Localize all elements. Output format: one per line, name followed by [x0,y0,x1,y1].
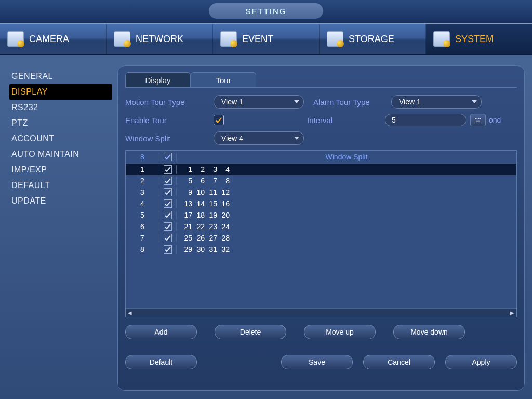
row-index: 6 [126,222,159,231]
row-checkbox[interactable] [159,188,177,196]
subtab-tour[interactable]: Tour [191,72,256,87]
grid-header-count: 8 [126,153,159,161]
row-index: 7 [126,234,159,242]
row-checkbox[interactable] [159,165,177,174]
window-split-label: Window Split [125,134,214,143]
row-checkbox[interactable] [159,211,177,219]
row-index: 5 [126,211,159,219]
row-cells: 21222324 [177,222,230,231]
tab-icon [433,31,450,47]
tab-icon [327,31,343,47]
sidebar-item-imp-exp[interactable]: IMP/EXP [9,162,112,178]
window-split-select[interactable]: View 4 [214,131,304,145]
row-checkbox[interactable] [159,177,177,185]
tab-label: SYSTEM [455,34,494,45]
motion-tour-type-select[interactable]: View 1 [214,95,304,109]
table-row[interactable]: 413141516 [126,198,516,209]
table-row[interactable]: 621222324 [126,221,516,232]
check-icon [215,116,222,124]
table-row[interactable]: 11234 [126,164,516,175]
subtabs: DisplayTour [118,66,524,87]
interval-input[interactable]: 5 [385,114,466,126]
tab-icon [7,31,24,47]
svg-rect-2 [477,118,478,119]
sidebar-item-general[interactable]: GENERAL [9,69,112,84]
grid-body: 1123425678391011124131415165171819206212… [126,164,516,308]
row-checkbox[interactable] [159,200,177,208]
interval-unit: ond [489,116,501,124]
check-icon [165,154,171,160]
main-tab-storage[interactable]: STORAGE [320,24,426,54]
add-button[interactable]: Add [125,325,197,339]
main-tab-system[interactable]: SYSTEM [426,24,532,54]
row-cells: 25262728 [177,234,230,242]
default-button[interactable]: Default [125,355,197,369]
svg-rect-0 [474,117,482,123]
sidebar-item-ptz[interactable]: PTZ [9,115,112,131]
apply-button[interactable]: Apply [445,355,517,369]
main-tab-camera[interactable]: CAMERA [0,24,107,54]
keyboard-icon [474,117,482,123]
sidebar-item-rs232[interactable]: RS232 [9,100,112,115]
delete-button[interactable]: Delete [215,325,286,339]
grid-header-title: Window Split [177,153,516,161]
grid-header: 8 Window Split [126,151,516,164]
move-down-button[interactable]: Move down [393,325,465,339]
row-index: 8 [126,245,159,254]
tab-icon [220,31,237,47]
row-index: 3 [126,188,159,196]
content-panel: DisplayTour Motion Tour Type View 1 Alar… [117,65,525,391]
table-row[interactable]: 829303132 [126,244,516,255]
alarm-tour-type-select[interactable]: View 1 [391,95,482,109]
sidebar-item-update[interactable]: UPDATE [9,193,112,209]
motion-tour-type-label: Motion Tour Type [125,98,214,107]
keyboard-button[interactable] [470,114,486,126]
row-cells: 5678 [177,177,230,185]
row-cells: 9101112 [177,188,230,196]
svg-rect-1 [475,118,476,119]
row-checkbox[interactable] [159,222,177,231]
main-tab-network[interactable]: NETWORK [107,24,213,54]
horizontal-scrollbar[interactable]: ◂ ▸ [126,308,516,317]
tab-label: EVENT [242,34,273,45]
grid-header-check-all[interactable] [159,153,177,161]
save-button[interactable]: Save [281,355,353,369]
sidebar: GENERALDISPLAYRS232PTZACCOUNTAUTO MAINTA… [0,55,117,399]
sidebar-item-auto-maintain[interactable]: AUTO MAINTAIN [9,147,112,162]
svg-rect-3 [478,118,480,119]
sidebar-item-default[interactable]: DEFAULT [9,178,112,193]
table-row[interactable]: 725262728 [126,232,516,244]
sidebar-item-display[interactable]: DISPLAY [9,84,112,100]
svg-rect-4 [480,118,481,119]
move-up-button[interactable]: Move up [304,325,376,339]
title-bar: SETTING [0,0,532,23]
enable-tour-checkbox[interactable] [214,115,224,125]
table-row[interactable]: 25678 [126,175,516,187]
window-split-grid: 8 Window Split 1123425678391011124131415… [125,150,517,317]
svg-rect-5 [476,121,480,122]
tab-label: NETWORK [136,34,183,45]
cancel-button[interactable]: Cancel [363,355,435,369]
table-row[interactable]: 39101112 [126,187,516,198]
row-cells: 1234 [177,165,230,174]
scroll-track[interactable] [134,310,508,316]
tab-label: STORAGE [349,34,394,45]
row-cells: 17181920 [177,211,230,219]
row-index: 4 [126,200,159,208]
alarm-tour-type-label: Alarm Tour Type [313,98,391,107]
row-cells: 29303132 [177,245,230,254]
row-checkbox[interactable] [159,234,177,242]
row-index: 2 [126,177,159,185]
tab-icon [114,31,130,47]
scroll-left-icon[interactable]: ◂ [126,309,134,317]
row-checkbox[interactable] [159,245,177,254]
tab-label: CAMERA [29,34,69,45]
scroll-right-icon[interactable]: ▸ [508,309,516,317]
enable-tour-label: Enable Tour [125,116,214,125]
main-tab-event[interactable]: EVENT [213,24,320,54]
table-row[interactable]: 517181920 [126,209,516,221]
row-index: 1 [126,165,159,174]
subtab-display[interactable]: Display [125,72,191,87]
sidebar-item-account[interactable]: ACCOUNT [9,131,112,147]
interval-label: Interval [307,116,385,125]
